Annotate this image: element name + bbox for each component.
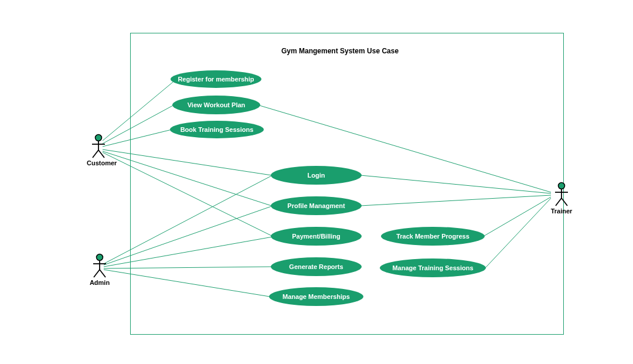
usecase-track-progress: Track Member Progress: [381, 227, 485, 246]
usecase-login: Login: [271, 166, 362, 185]
svg-line-29: [556, 198, 561, 206]
svg-line-30: [561, 198, 567, 206]
usecase-view-plan: View Workout Plan: [172, 96, 260, 114]
svg-point-16: [96, 135, 102, 141]
svg-line-25: [100, 270, 106, 277]
person-icon: [553, 182, 570, 206]
actor-admin-label: Admin: [88, 279, 111, 286]
actor-admin: Admin: [88, 253, 111, 286]
svg-line-19: [93, 150, 98, 158]
usecase-register: Register for membership: [171, 70, 261, 88]
svg-line-20: [98, 150, 104, 158]
svg-point-21: [97, 254, 103, 261]
usecase-memberships: Manage Memberships: [269, 287, 363, 306]
person-icon: [91, 253, 108, 278]
svg-line-24: [94, 270, 100, 277]
actor-customer: Customer: [87, 134, 110, 166]
actor-trainer: Trainer: [550, 182, 573, 215]
usecase-reports: Generate Reports: [271, 257, 362, 276]
usecase-manage-training: Manage Training Sessions: [380, 258, 486, 277]
usecase-payment: Payment/Billing: [271, 227, 362, 246]
usecase-book-sessions: Book Training Sessions: [170, 121, 264, 138]
person-icon: [90, 134, 107, 158]
actor-customer-label: Customer: [87, 159, 110, 166]
usecase-profile: Profile Managment: [271, 196, 362, 215]
actor-trainer-label: Trainer: [550, 207, 573, 215]
diagram-title: Gym Mangement System Use Case: [281, 47, 399, 55]
svg-point-26: [559, 183, 565, 189]
diagram-stage: Gym Mangement System Use Case Customer A…: [0, 0, 633, 364]
